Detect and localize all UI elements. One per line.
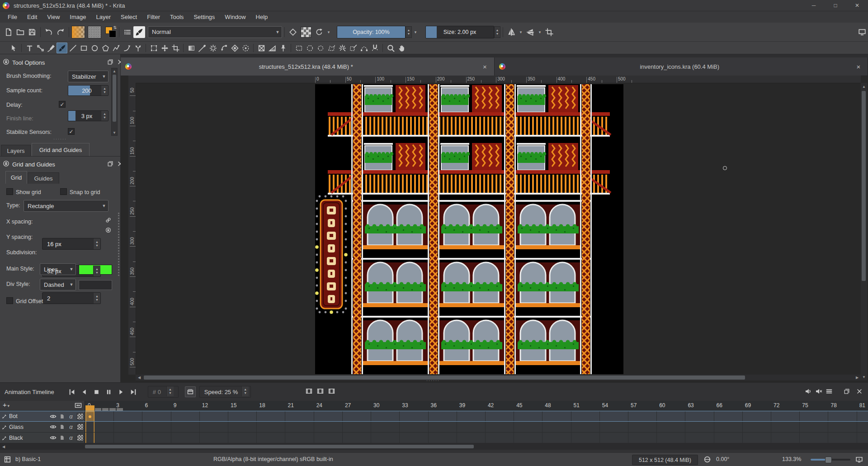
- div-style-select[interactable]: Dashed▼: [40, 279, 76, 290]
- eye-icon[interactable]: [48, 412, 57, 421]
- blending-mode-select[interactable]: Normal▼: [148, 26, 282, 38]
- menu-layer[interactable]: Layer: [91, 13, 116, 21]
- spin-arrows[interactable]: ▲▼: [93, 238, 100, 249]
- audio-volume-icon[interactable]: [805, 388, 812, 396]
- timeline-hscrollbar[interactable]: ◀: [0, 443, 868, 450]
- save-document-icon[interactable]: [26, 26, 38, 38]
- link-spacing-icon[interactable]: [105, 217, 111, 224]
- menu-edit[interactable]: Edit: [22, 13, 42, 21]
- onion-skin-icon[interactable]: [57, 423, 66, 432]
- delay-input[interactable]: 3 px ▲▼: [68, 110, 108, 121]
- add-duplicate-frame-button[interactable]: [316, 387, 324, 396]
- alpha-lock-icon[interactable]: [75, 433, 85, 442]
- menu-view[interactable]: View: [42, 13, 65, 21]
- layer-row-glass[interactable]: Glassα: [0, 422, 85, 433]
- spin-arrows[interactable]: ▲▼: [166, 386, 174, 396]
- chevron-down-icon[interactable]: ▾: [517, 30, 524, 34]
- tool-dynamic-brush[interactable]: [122, 43, 132, 53]
- tool-fill[interactable]: [229, 43, 240, 53]
- add-layer-button[interactable]: +▼: [3, 401, 10, 409]
- spin-arrows[interactable]: ▲▼: [101, 111, 108, 121]
- tool-ellipse[interactable]: [89, 43, 100, 53]
- spin-arrows[interactable]: ▲▼: [406, 26, 412, 38]
- panel-resize-handle[interactable]: [118, 213, 119, 276]
- alpha-inherit-icon[interactable]: α: [66, 423, 75, 432]
- timeline-frame-ruler[interactable]: 0369121518212427303336394245485154576063…: [85, 401, 868, 411]
- undo-icon[interactable]: [43, 26, 55, 38]
- eraser-mode-icon[interactable]: [287, 26, 299, 38]
- tool-gradient[interactable]: [186, 43, 197, 53]
- preserve-alpha-icon[interactable]: [301, 27, 311, 38]
- zoom-slider[interactable]: [811, 459, 850, 461]
- brush-size-slider[interactable]: Size: 2.00 px: [425, 26, 494, 38]
- subdivision-input[interactable]: 2 ▲▼: [42, 292, 101, 304]
- grid-type-select[interactable]: Rectangle▼: [24, 200, 108, 212]
- docker-resize-handle[interactable]: ······: [53, 137, 67, 141]
- selected-frame-cell[interactable]: [85, 433, 94, 443]
- tool-smart-patch[interactable]: [218, 43, 229, 53]
- tool-multibrush[interactable]: [132, 43, 143, 53]
- gradient-chooser-icon[interactable]: [71, 26, 85, 38]
- maximize-button[interactable]: □: [825, 0, 846, 11]
- tool-enclose-fill[interactable]: [240, 43, 251, 53]
- float-docker-icon[interactable]: [107, 59, 113, 67]
- tool-patch[interactable]: [208, 43, 218, 53]
- fg-bg-colors[interactable]: ⇅: [105, 26, 117, 38]
- spin-arrows[interactable]: ▲▼: [494, 26, 500, 38]
- menu-hamburger-icon[interactable]: [826, 388, 833, 396]
- new-document-icon[interactable]: [3, 26, 14, 38]
- sample-count-input[interactable]: 200 ▲▼: [68, 85, 108, 96]
- drop-frames-button[interactable]: [185, 386, 196, 397]
- stabilize-sensors-checkbox[interactable]: ✓: [68, 128, 75, 135]
- tool-move[interactable]: [159, 43, 170, 53]
- tool-color-sampler[interactable]: [197, 43, 208, 53]
- menu-window[interactable]: Window: [220, 13, 250, 21]
- alpha-lock-icon[interactable]: [75, 423, 85, 432]
- close-docker-icon[interactable]: [856, 388, 863, 396]
- tool-similar-color-select[interactable]: [348, 43, 359, 53]
- document-tab-active[interactable]: structures_512x512.kra (48.4 MiB) * ×: [121, 57, 495, 76]
- open-document-icon[interactable]: [14, 26, 26, 38]
- canvas-hscrollbar[interactable]: ◀ ▶: [136, 375, 861, 380]
- layer-row-black[interactable]: Blackα: [0, 433, 85, 443]
- alpha-lock-icon[interactable]: [75, 412, 85, 421]
- delay-checkbox[interactable]: ✓: [59, 101, 66, 108]
- show-grid-checkbox[interactable]: [6, 188, 13, 195]
- eye-icon[interactable]: [48, 433, 57, 442]
- tool-polygon[interactable]: [100, 43, 111, 53]
- chevron-down-icon[interactable]: ▾: [412, 30, 419, 34]
- remove-frame-button[interactable]: [328, 387, 335, 396]
- tool-magnetic-select[interactable]: [369, 43, 380, 53]
- selected-frame-cell[interactable]: [85, 411, 94, 422]
- tool-line[interactable]: [67, 43, 78, 53]
- tool-bezier-select[interactable]: [359, 43, 369, 53]
- tool-edit-shapes[interactable]: [35, 43, 46, 53]
- close-button[interactable]: ✕: [846, 0, 868, 11]
- selected-frame-ruler-cell[interactable]: [85, 405, 94, 411]
- stop-button[interactable]: [91, 386, 102, 397]
- tool-measure[interactable]: [267, 43, 278, 53]
- pause-button[interactable]: [104, 386, 114, 397]
- pattern-chooser-icon[interactable]: [88, 26, 101, 38]
- grid-offset-checkbox[interactable]: [6, 297, 13, 304]
- minimize-button[interactable]: ─: [803, 0, 825, 11]
- add-blank-frame-button[interactable]: [305, 387, 313, 396]
- close-tab-icon[interactable]: ×: [854, 63, 863, 71]
- float-docker-icon[interactable]: [844, 388, 850, 396]
- playback-speed-input[interactable]: Speed: 25 % ▲▼: [199, 386, 251, 398]
- selected-frame-cell[interactable]: [85, 422, 94, 433]
- redo-icon[interactable]: [55, 26, 66, 38]
- document-tab-inactive[interactable]: inventory_icons.kra (60.4 MiB) ×: [495, 57, 868, 76]
- reload-preset-icon[interactable]: [313, 26, 325, 38]
- canvas-rotation-icon[interactable]: [703, 456, 711, 465]
- div-style-color-swatch[interactable]: [79, 280, 112, 290]
- chevron-down-icon[interactable]: ▾: [536, 30, 543, 34]
- spin-arrows[interactable]: ▲▼: [241, 386, 249, 396]
- eye-icon[interactable]: [48, 423, 57, 432]
- menu-settings[interactable]: Settings: [189, 13, 220, 21]
- menu-tools[interactable]: Tools: [165, 13, 189, 21]
- tool-text[interactable]: [24, 43, 35, 53]
- audio-mute-icon[interactable]: [815, 388, 822, 396]
- close-tab-icon[interactable]: ×: [481, 63, 490, 71]
- mirror-horizontal-icon[interactable]: [505, 26, 517, 38]
